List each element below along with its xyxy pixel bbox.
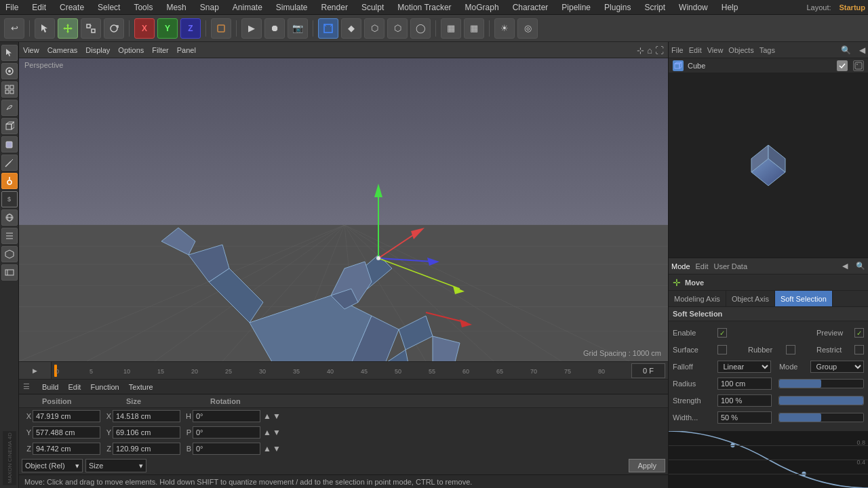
width-slider[interactable] <box>778 413 864 422</box>
x-axis-button[interactable]: X <box>134 18 155 39</box>
perspective-view-button[interactable] <box>318 18 338 39</box>
material-editor-tool[interactable] <box>1 246 18 262</box>
y-size-input[interactable] <box>113 426 180 439</box>
object-visibility-check[interactable] <box>837 60 848 71</box>
modeling-axis-tab[interactable]: Modeling Axis <box>669 291 726 306</box>
strength-input[interactable] <box>717 394 772 407</box>
object-axis-tab[interactable]: Object Axis <box>726 291 775 306</box>
menu-mesh[interactable]: Mesh <box>163 1 189 14</box>
menu-file[interactable]: File <box>3 1 21 14</box>
menu-simulate[interactable]: Simulate <box>273 1 311 14</box>
menu-edit[interactable]: Edit <box>29 1 49 14</box>
menu-tools[interactable]: Tools <box>131 1 155 14</box>
apply-button[interactable]: Apply <box>629 459 665 472</box>
y-increment-up[interactable]: ▲ <box>263 428 271 437</box>
radius-input[interactable] <box>717 378 772 390</box>
measure-tool[interactable] <box>1 155 18 171</box>
enable-checkbox[interactable] <box>717 328 727 338</box>
undo-button[interactable]: ↩ <box>4 18 24 39</box>
sphere-prim-tool[interactable] <box>1 136 18 152</box>
preview-checkbox[interactable] <box>854 328 864 338</box>
vp-ctrl-home[interactable]: ⌂ <box>647 45 652 56</box>
function-btn[interactable]: Function <box>90 383 119 391</box>
attr-arrow-left[interactable]: ◀ <box>842 262 848 270</box>
scale-tool-button[interactable] <box>81 18 101 39</box>
vp-menu-view[interactable]: View <box>23 46 39 54</box>
restrict-checkbox[interactable] <box>854 345 864 354</box>
radius-slider[interactable] <box>778 379 864 388</box>
x-size-input[interactable] <box>113 410 180 422</box>
h-rot-input[interactable] <box>193 410 260 422</box>
z-increment-down[interactable]: ▼ <box>273 444 281 453</box>
rubber-checkbox[interactable] <box>786 345 795 354</box>
vertex-button[interactable]: ⬡ <box>387 18 408 39</box>
width-input[interactable] <box>717 411 772 424</box>
omh-arrow-icon[interactable]: ◀ <box>859 45 865 55</box>
active-tool[interactable] <box>1 173 18 189</box>
timeline-ruler[interactable]: 0 5 10 15 20 25 30 35 40 45 50 55 60 65 … <box>52 362 629 379</box>
menu-window[interactable]: Window <box>676 1 711 14</box>
menu-snap[interactable]: Snap <box>197 1 222 14</box>
timeline[interactable]: ▶ 0 5 10 15 20 25 30 35 <box>19 361 668 379</box>
menu-sculpt[interactable]: Sculpt <box>359 1 387 14</box>
build-btn[interactable]: Build <box>42 383 58 391</box>
play-button[interactable]: ▶ <box>241 18 262 39</box>
x-increment-down[interactable]: ▼ <box>273 411 281 421</box>
menu-animate[interactable]: Animate <box>230 1 265 14</box>
x-increment-up[interactable]: ▲ <box>263 411 271 421</box>
omh-search-icon[interactable]: 🔍 <box>841 45 851 55</box>
timeline-tool[interactable] <box>1 264 18 281</box>
coord-mode-dropdown[interactable]: Object (Rel) ▾ <box>22 459 83 472</box>
p-rot-input[interactable] <box>193 426 260 439</box>
z-axis-button[interactable]: Z <box>180 18 201 39</box>
paint-tool[interactable] <box>1 100 18 116</box>
menu-plugins[interactable]: Plugins <box>601 1 633 14</box>
attr-userdata-btn[interactable]: User Data <box>714 262 748 270</box>
edit-btn[interactable]: Edit <box>68 383 81 391</box>
vp-menu-cameras[interactable]: Cameras <box>47 46 78 54</box>
menu-script[interactable]: Script <box>642 1 668 14</box>
falloff-dropdown[interactable]: Linear Smooth <box>717 361 771 373</box>
viewport[interactable]: View Cameras Display Options Filter Pane… <box>19 42 668 361</box>
surface-checkbox[interactable] <box>717 345 727 354</box>
camera2-button[interactable]: ◎ <box>517 18 538 39</box>
b-rot-input[interactable] <box>193 443 260 455</box>
vp-menu-display[interactable]: Display <box>85 46 110 54</box>
wireframe-button[interactable]: ▦ <box>464 18 484 39</box>
polygon-button[interactable]: ⬡ <box>364 18 384 39</box>
omh-file[interactable]: File <box>671 46 684 54</box>
vp-menu-panel[interactable]: Panel <box>177 46 196 54</box>
y-axis-button[interactable]: Y <box>157 18 178 39</box>
menu-motion-tracker[interactable]: Motion Tracker <box>395 1 454 14</box>
light-button[interactable]: ☀ <box>494 18 515 39</box>
attr-mode-btn[interactable]: Mode <box>671 262 690 270</box>
omh-edit[interactable]: Edit <box>689 46 702 54</box>
rotate-tool-button[interactable] <box>104 18 124 39</box>
camera-button[interactable]: 📷 <box>288 18 308 39</box>
attr-edit-btn[interactable]: Edit <box>696 262 709 270</box>
object-item[interactable]: Cube <box>669 58 868 73</box>
material-button[interactable]: ◆ <box>341 18 361 39</box>
menu-mograph[interactable]: MoGraph <box>462 1 502 14</box>
mode-dropdown[interactable]: Group Sphere <box>810 361 864 373</box>
omh-objects[interactable]: Objects <box>728 46 753 54</box>
omh-tags[interactable]: Tags <box>760 46 775 54</box>
y-increment-down[interactable]: ▼ <box>273 428 281 437</box>
menu-character[interactable]: Character <box>510 1 551 14</box>
object-tag-icon[interactable] <box>853 60 864 71</box>
y-pos-input[interactable] <box>33 426 100 439</box>
grid-button[interactable]: ▦ <box>441 18 461 39</box>
z-size-input[interactable] <box>113 443 180 455</box>
texture-tool[interactable] <box>1 63 18 79</box>
edge-button[interactable]: ◯ <box>410 18 431 39</box>
z-pos-input[interactable] <box>33 443 100 455</box>
record-button[interactable]: ⏺ <box>264 18 285 39</box>
attr-search-icon[interactable]: 🔍 <box>856 262 865 270</box>
vp-menu-filter[interactable]: Filter <box>152 46 168 54</box>
menu-select[interactable]: Select <box>95 1 123 14</box>
menu-create[interactable]: Create <box>57 1 87 14</box>
layers-tool[interactable] <box>1 228 18 244</box>
select-tool-button[interactable] <box>35 18 55 39</box>
strength-slider[interactable] <box>778 396 864 405</box>
menu-render[interactable]: Render <box>319 1 351 14</box>
